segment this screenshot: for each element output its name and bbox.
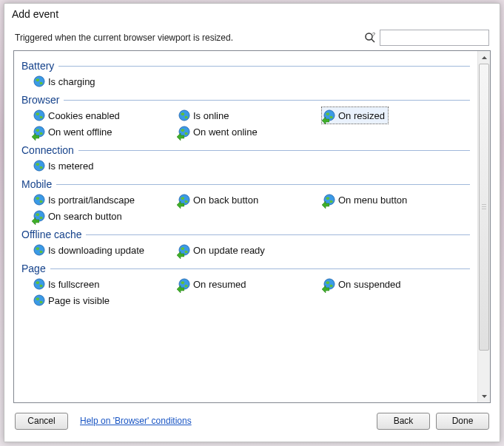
event-item-label: Page is visible bbox=[48, 295, 110, 306]
event-item-page-page-is-visible[interactable]: Page is visible bbox=[32, 292, 177, 308]
scrollbar-grip bbox=[482, 204, 486, 210]
cancel-button[interactable]: Cancel bbox=[15, 413, 68, 430]
event-item-browser-cookies-enabled[interactable]: Cookies enabled bbox=[32, 107, 177, 124]
condition-globe-icon bbox=[33, 244, 45, 256]
event-item-offline-is-downloading-update[interactable]: Is downloading update bbox=[32, 242, 177, 258]
trigger-globe-icon bbox=[323, 278, 335, 290]
event-item-offline-on-update-ready[interactable]: On update ready bbox=[177, 242, 322, 258]
category-divider bbox=[50, 268, 470, 269]
event-item-label: Is downloading update bbox=[48, 245, 144, 256]
svg-marker-30 bbox=[32, 217, 39, 225]
category-title: Browser bbox=[21, 94, 59, 106]
svg-marker-14 bbox=[32, 133, 39, 141]
category-page: PageIs fullscreenOn resumedOn suspendedP… bbox=[21, 263, 470, 308]
svg-marker-40 bbox=[177, 285, 184, 293]
category-mobile: MobileIs portrait/landscapeOn back butto… bbox=[21, 178, 470, 224]
condition-globe-icon bbox=[178, 109, 190, 121]
event-item-label: On suspended bbox=[338, 279, 401, 290]
dialog-body: Triggered when the current browser viewp… bbox=[4, 23, 500, 442]
event-item-connection-is-metered[interactable]: Is metered bbox=[32, 158, 177, 174]
category-items: Cookies enabledIs onlineOn resizedOn wen… bbox=[21, 107, 470, 140]
search-input[interactable] bbox=[380, 30, 489, 46]
category-divider bbox=[86, 234, 470, 235]
svg-marker-43 bbox=[322, 285, 329, 293]
event-item-label: On resumed bbox=[193, 279, 246, 290]
event-item-battery-is-charging[interactable]: Is charging bbox=[32, 73, 177, 89]
event-description: Triggered when the current browser viewp… bbox=[15, 33, 363, 43]
event-item-label: On search button bbox=[48, 211, 122, 222]
svg-line-1 bbox=[372, 39, 374, 42]
svg-marker-35 bbox=[177, 251, 184, 259]
event-item-browser-on-went-offline[interactable]: On went offline bbox=[32, 124, 177, 140]
category-title: Offline cache bbox=[21, 229, 81, 240]
category-items: Is portrait/landscapeOn back buttonOn me… bbox=[21, 192, 470, 224]
event-item-label: Is charging bbox=[48, 76, 95, 87]
category-divider bbox=[56, 184, 470, 185]
event-item-label: Is online bbox=[193, 110, 229, 121]
category-items: Is fullscreenOn resumedOn suspendedPage … bbox=[21, 276, 470, 308]
help-link[interactable]: Help on 'Browser' conditions bbox=[80, 416, 192, 426]
event-item-label: On resized bbox=[338, 110, 385, 121]
scrollbar-thumb[interactable] bbox=[479, 64, 489, 351]
event-item-page-on-suspended[interactable]: On suspended bbox=[322, 276, 467, 292]
scrollbar-vertical[interactable] bbox=[477, 51, 490, 402]
trigger-globe-icon bbox=[33, 126, 45, 138]
event-item-browser-on-resized[interactable]: On resized bbox=[322, 107, 388, 124]
event-item-browser-is-online[interactable]: Is online bbox=[177, 107, 322, 124]
event-item-mobile-is-portrait-landscape[interactable]: Is portrait/landscape bbox=[32, 192, 177, 208]
scrollbar-track[interactable] bbox=[478, 64, 490, 390]
category-header: Page bbox=[21, 263, 470, 274]
svg-marker-17 bbox=[177, 133, 184, 141]
event-item-label: On update ready bbox=[193, 245, 265, 256]
category-header: Connection bbox=[21, 144, 470, 156]
event-list-frame: BatteryIs chargingBrowserCookies enabled… bbox=[13, 50, 491, 403]
scroll-down-button[interactable] bbox=[478, 390, 490, 402]
category-items: Is metered bbox=[21, 158, 470, 174]
condition-globe-icon bbox=[33, 194, 45, 206]
category-divider bbox=[78, 150, 470, 151]
svg-marker-11 bbox=[322, 117, 329, 124]
condition-globe-icon bbox=[33, 75, 45, 87]
condition-globe-icon bbox=[33, 278, 45, 290]
trigger-globe-icon bbox=[33, 210, 45, 222]
dialog-title: Add event bbox=[4, 4, 500, 23]
category-title: Page bbox=[21, 263, 46, 274]
event-item-mobile-on-back-button[interactable]: On back button bbox=[177, 192, 322, 208]
event-item-label: Is metered bbox=[48, 161, 93, 172]
event-item-label: Cookies enabled bbox=[48, 110, 120, 121]
category-title: Mobile bbox=[21, 178, 52, 190]
add-event-dialog: Add event Triggered when the current bro… bbox=[4, 3, 500, 442]
category-header: Browser bbox=[21, 94, 470, 106]
trigger-globe-icon bbox=[323, 194, 335, 206]
condition-globe-icon bbox=[33, 294, 45, 306]
svg-marker-24 bbox=[177, 201, 184, 209]
event-list: BatteryIs chargingBrowserCookies enabled… bbox=[14, 51, 477, 402]
event-item-mobile-on-menu-button[interactable]: On menu button bbox=[322, 192, 467, 208]
svg-text:?: ? bbox=[372, 32, 375, 37]
category-browser: BrowserCookies enabledIs onlineOn resize… bbox=[21, 94, 470, 140]
category-title: Connection bbox=[21, 144, 74, 156]
event-item-mobile-on-search-button[interactable]: On search button bbox=[32, 208, 177, 224]
done-button[interactable]: Done bbox=[436, 413, 489, 430]
category-battery: BatteryIs charging bbox=[21, 60, 470, 89]
trigger-globe-icon bbox=[178, 126, 190, 138]
event-item-page-is-fullscreen[interactable]: Is fullscreen bbox=[32, 276, 177, 292]
category-header: Battery bbox=[21, 60, 470, 72]
svg-marker-46 bbox=[482, 56, 487, 59]
category-items: Is downloading updateOn update ready bbox=[21, 242, 470, 258]
category-header: Mobile bbox=[21, 178, 470, 190]
dialog-backdrop: Add event Triggered when the current bro… bbox=[0, 0, 504, 446]
scroll-up-button[interactable] bbox=[478, 51, 490, 64]
category-divider bbox=[58, 66, 470, 67]
trigger-globe-icon bbox=[178, 194, 190, 206]
category-connection: ConnectionIs metered bbox=[21, 144, 470, 174]
back-button[interactable]: Back bbox=[377, 413, 430, 430]
event-item-label: Is fullscreen bbox=[48, 279, 99, 290]
svg-marker-27 bbox=[322, 201, 329, 209]
event-item-browser-on-went-online[interactable]: On went online bbox=[177, 124, 322, 140]
event-item-label: On went online bbox=[193, 126, 258, 138]
trigger-globe-icon bbox=[323, 109, 335, 121]
condition-globe-icon bbox=[33, 109, 45, 121]
event-item-page-on-resumed[interactable]: On resumed bbox=[177, 276, 322, 292]
event-item-label: On went offline bbox=[48, 126, 112, 138]
